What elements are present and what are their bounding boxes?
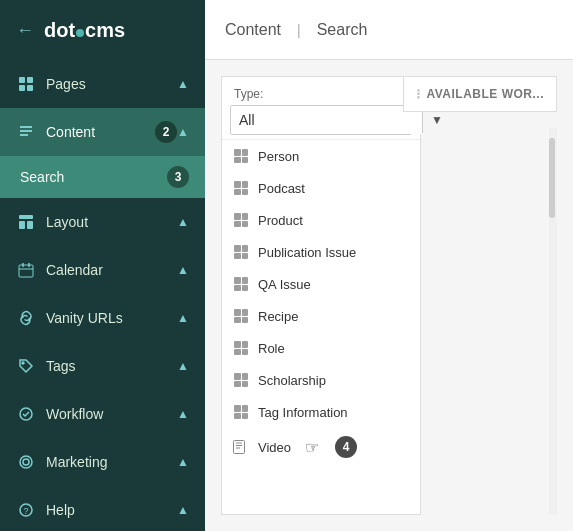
chevron-icon: ▲ [177,359,189,373]
sidebar-header: ← dotcms [0,0,205,60]
scrollbar-thumb[interactable] [549,138,555,218]
list-item[interactable]: Publication Issue [222,236,420,268]
sidebar-item-search[interactable]: Search 3 [0,156,205,198]
item-label: Tag Information [258,405,348,420]
sidebar-item-label: Help [46,502,177,518]
sidebar-item-marketing[interactable]: Marketing ▲ [0,438,205,486]
list-item[interactable]: Tag Information [222,396,420,428]
content-type-icon [232,180,250,196]
list-item[interactable]: Scholarship [222,364,420,396]
sidebar-item-label: Vanity URLs [46,310,177,326]
sidebar-item-help[interactable]: ? Help ▲ [0,486,205,531]
sidebar-item-label: Tags [46,358,177,374]
chevron-icon: ▲ [177,77,189,91]
search-panel: Type: ▼ Person Podcast Product [221,76,421,515]
content-badge: 2 [155,121,177,143]
svg-rect-2 [19,85,25,91]
dropdown-list: Person Podcast Product Publication Issue… [222,139,420,466]
svg-text:?: ? [24,506,29,516]
logo: dotcms [44,19,125,42]
help-icon: ? [16,500,36,520]
available-workflows-label: AVAILABLE WOR... [426,87,544,101]
sidebar-item-pages[interactable]: Pages ▲ [0,60,205,108]
breadcrumb-search: Search [317,21,368,39]
content-icon [16,122,36,142]
item-label: Person [258,149,299,164]
content-type-icon [232,308,250,324]
svg-rect-3 [27,85,33,91]
sidebar-item-label: Marketing [46,454,177,470]
content-type-icon [232,439,250,455]
item-label: Role [258,341,285,356]
scrollbar-track [549,128,557,515]
sidebar-item-content[interactable]: Content 2 ▲ [0,108,205,156]
sidebar-item-label: Calendar [46,262,177,278]
list-item[interactable]: Product [222,204,420,236]
workflow-icon [16,404,36,424]
svg-rect-7 [19,265,33,277]
main-header: Content | Search [205,0,573,60]
content-type-icon [232,244,250,260]
sidebar-item-vanity-urls[interactable]: Vanity URLs ▲ [0,294,205,342]
tag-icon [16,356,36,376]
breadcrumb-separator: | [297,22,301,38]
svg-rect-17 [234,441,245,454]
sidebar-item-layout[interactable]: Layout ▲ [0,198,205,246]
drag-icon: ⁝ [416,86,421,102]
list-item[interactable]: Role [222,332,420,364]
list-item[interactable]: Person [222,140,420,172]
sidebar-item-label: Workflow [46,406,177,422]
list-item[interactable]: Recipe [222,300,420,332]
layout-icon [16,212,36,232]
svg-rect-0 [19,77,25,83]
chevron-icon: ▲ [177,215,189,229]
sidebar-item-workflow[interactable]: Workflow ▲ [0,390,205,438]
chevron-icon: ▲ [177,503,189,517]
sidebar-item-calendar[interactable]: Calendar ▲ [0,246,205,294]
svg-rect-6 [27,221,33,229]
search-badge: 3 [167,166,189,188]
chevron-icon: ▲ [177,125,189,139]
item-label: Publication Issue [258,245,356,260]
chevron-icon: ▲ [177,407,189,421]
type-input-row[interactable]: ▼ [230,105,412,135]
pages-icon [16,74,36,94]
item-label: Product [258,213,303,228]
chevron-icon: ▲ [177,455,189,469]
item-label: Scholarship [258,373,326,388]
sidebar-item-tags[interactable]: Tags ▲ [0,342,205,390]
item-label: Recipe [258,309,298,324]
sidebar-item-label: Search [20,169,163,185]
list-item[interactable]: Podcast [222,172,420,204]
item-label: Podcast [258,181,305,196]
calendar-icon [16,260,36,280]
list-item-video[interactable]: Video ☞ 4 [222,428,420,466]
chevron-icon: ▲ [177,311,189,325]
type-input[interactable] [231,106,422,134]
chevron-icon: ▲ [177,263,189,277]
svg-point-13 [20,456,32,468]
video-badge: 4 [335,436,357,458]
svg-point-14 [23,459,29,465]
svg-rect-1 [27,77,33,83]
content-type-icon [232,340,250,356]
sidebar-item-label: Content [46,124,151,140]
content-type-icon [232,372,250,388]
available-workflows-button[interactable]: ⁝ AVAILABLE WOR... [403,76,557,112]
breadcrumb-content: Content [225,21,281,39]
content-type-icon [232,212,250,228]
content-type-icon [232,276,250,292]
item-label: QA Issue [258,277,311,292]
svg-point-11 [22,362,24,364]
main-body: Type: ▼ Person Podcast Product [205,60,573,531]
sidebar-item-label: Pages [46,76,177,92]
svg-rect-4 [19,215,33,219]
content-type-icon [232,148,250,164]
marketing-icon [16,452,36,472]
list-item[interactable]: QA Issue [222,268,420,300]
sidebar-item-label: Layout [46,214,177,230]
cursor-pointer-icon: ☞ [305,438,319,457]
link-icon [16,308,36,328]
sidebar: ← dotcms Pages ▲ Content 2 ▲ Search 3 [0,0,205,531]
back-button[interactable]: ← [16,20,34,41]
